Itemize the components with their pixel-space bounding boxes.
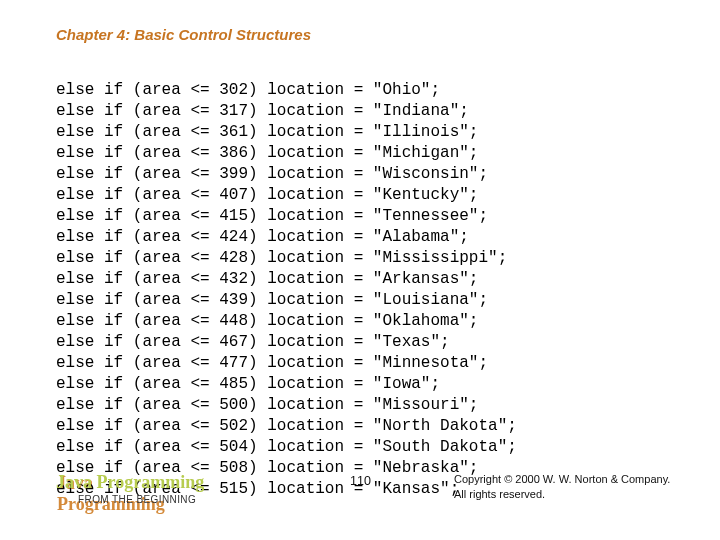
book-title: Java Programming Java Programming	[56, 472, 204, 493]
book-subtitle: FROM THE BEGINNING	[78, 494, 196, 505]
code-block: else if (area <= 302) location = "Ohio";…	[56, 80, 517, 500]
footer: Java Programming Java Programming FROM T…	[56, 472, 696, 518]
book-title-text: Java Programming	[56, 472, 204, 492]
copyright-line1: Copyright © 2000 W. W. Norton & Company.	[454, 472, 670, 487]
copyright: Copyright © 2000 W. W. Norton & Company.…	[454, 472, 670, 502]
chapter-title: Chapter 4: Basic Control Structures	[56, 26, 311, 43]
copyright-line2: All rights reserved.	[454, 487, 670, 502]
page-number: 110	[350, 474, 371, 488]
